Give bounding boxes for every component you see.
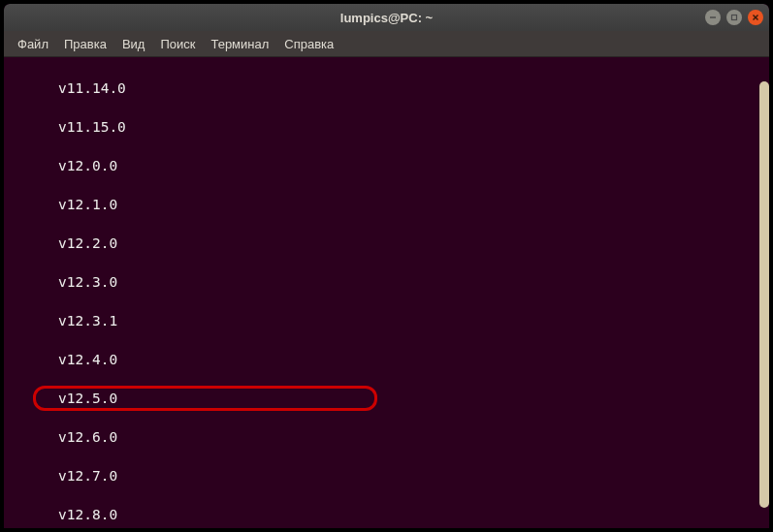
- version-entry: v12.7.0: [12, 466, 761, 485]
- window-title: lumpics@PC: ~: [340, 11, 433, 25]
- version-entry: v12.1.0: [12, 195, 761, 214]
- version-entry: v12.3.0: [12, 272, 761, 292]
- version-entry: v12.6.0: [12, 427, 761, 447]
- titlebar[interactable]: lumpics@PC: ~: [4, 4, 769, 31]
- version-entry: v12.4.0: [12, 350, 761, 369]
- menu-terminal[interactable]: Терминал: [203, 33, 276, 55]
- menu-help[interactable]: Справка: [276, 33, 341, 55]
- menu-search[interactable]: Поиск: [152, 33, 203, 55]
- version-entry: v11.14.0: [12, 78, 761, 98]
- minimize-button[interactable]: [705, 10, 721, 25]
- maximize-button[interactable]: [726, 10, 742, 25]
- svg-rect-1: [732, 16, 737, 20]
- close-button[interactable]: [748, 10, 763, 25]
- menu-edit[interactable]: Правка: [56, 33, 114, 55]
- window-controls: [705, 10, 763, 25]
- scrollbar[interactable]: [759, 81, 769, 508]
- menu-view[interactable]: Вид: [114, 33, 153, 55]
- version-entry: v12.5.0: [12, 389, 761, 408]
- version-entry: v12.3.1: [12, 311, 761, 330]
- terminal-window: lumpics@PC: ~ Файл Правка Вид Поиск Терм…: [4, 4, 769, 528]
- menu-file[interactable]: Файл: [10, 33, 56, 55]
- version-entry: v11.15.0: [12, 117, 761, 137]
- terminal-output[interactable]: v11.14.0 v11.15.0 v12.0.0 v12.1.0 v12.2.…: [4, 57, 769, 528]
- version-entry: v12.8.0: [12, 505, 761, 524]
- menubar: Файл Правка Вид Поиск Терминал Справка: [4, 31, 769, 57]
- version-entry: v12.2.0: [12, 234, 761, 253]
- version-entry: v12.0.0: [12, 156, 761, 175]
